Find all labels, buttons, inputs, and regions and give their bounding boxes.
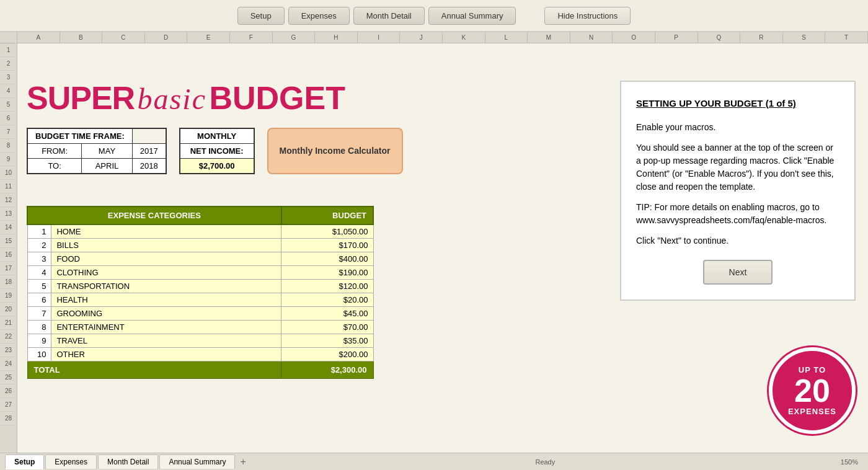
row-27: 27 <box>0 398 17 412</box>
expenses-badge: UP TO 20 EXPENSES <box>769 347 856 434</box>
expense-row: 9 TRAVEL $35.00 <box>27 334 373 348</box>
expense-name-cell[interactable]: GROOMING <box>51 307 281 321</box>
row-12: 12 <box>0 193 17 207</box>
col-p: P <box>655 32 698 43</box>
expense-budget-cell[interactable]: $35.00 <box>281 334 373 348</box>
total-row: TOTAL $2,300.00 <box>27 361 373 379</box>
row-num-cell: 5 <box>27 280 51 293</box>
expense-cat-header: EXPENSE CATEGORIES <box>27 206 281 224</box>
income-calculator-button[interactable]: Monthly Income Calculator <box>267 128 403 174</box>
net-income-value[interactable]: $2,700.00 <box>180 159 254 174</box>
expense-row: 6 HEALTH $20.00 <box>27 293 373 307</box>
col-i: I <box>358 32 401 43</box>
expense-budget-cell[interactable]: $70.00 <box>281 321 373 334</box>
row-8: 8 <box>0 139 17 153</box>
badge-number: 20 <box>794 375 830 407</box>
expense-name-cell[interactable]: OTHER <box>51 348 281 361</box>
expense-budget-cell[interactable]: $200.00 <box>281 348 373 361</box>
expense-budget-cell[interactable]: $190.00 <box>281 266 373 280</box>
row-6: 6 <box>0 112 17 125</box>
tab-expenses[interactable]: Expenses <box>45 454 97 469</box>
title-budget-text: BUDGET <box>209 80 345 116</box>
add-sheet-button[interactable]: + <box>236 456 249 468</box>
tab-annual-summary[interactable]: Annual Summary <box>159 454 235 469</box>
row-26: 26 <box>0 384 17 398</box>
expense-row: 3 FOOD $400.00 <box>27 252 373 266</box>
expense-budget-cell[interactable]: $20.00 <box>281 293 373 307</box>
expense-name-cell[interactable]: TRAVEL <box>51 334 281 348</box>
next-button[interactable]: Next <box>703 260 773 285</box>
row-num-cell: 8 <box>27 321 51 334</box>
month-detail-button[interactable]: Month Detail <box>353 7 425 25</box>
col-c: C <box>102 32 145 43</box>
row-10: 10 <box>0 166 17 180</box>
content-area: A B C D E F G H I J K L M N O P Q R S T … <box>0 32 868 453</box>
expense-row: 8 ENTERTAINMENT $70.00 <box>27 321 373 334</box>
sheet-tabs: Setup Expenses Month Detail Annual Summa… <box>0 453 868 470</box>
from-label: FROM: <box>27 144 82 159</box>
expense-row: 7 GROOMING $45.00 <box>27 307 373 321</box>
col-m: M <box>528 32 570 43</box>
expenses-button[interactable]: Expenses <box>288 7 350 25</box>
row-9: 9 <box>0 153 17 166</box>
status-ready: Ready <box>535 458 555 466</box>
expense-row: 4 CLOTHING $190.00 <box>27 266 373 280</box>
row-numbers: 1 2 3 4 5 6 7 8 9 10 11 12 13 14 15 16 1… <box>0 43 17 453</box>
annual-summary-button[interactable]: Annual Summary <box>428 7 516 25</box>
expense-budget-cell[interactable]: $1,050.00 <box>281 224 373 239</box>
monthly-label: MONTHLY <box>180 128 254 144</box>
badge-expenses: EXPENSES <box>788 407 836 416</box>
row-20: 20 <box>0 303 17 316</box>
col-l: L <box>485 32 528 43</box>
row-19: 19 <box>0 289 17 303</box>
from-year[interactable]: 2017 <box>132 144 166 159</box>
col-a: A <box>17 32 60 43</box>
tab-month-detail[interactable]: Month Detail <box>98 454 158 469</box>
row-num-cell: 10 <box>27 348 51 361</box>
col-n: N <box>570 32 613 43</box>
expense-name-cell[interactable]: FOOD <box>51 252 281 266</box>
col-f: F <box>230 32 273 43</box>
income-table: MONTHLY NET INCOME: $2,700.00 <box>179 128 255 174</box>
spreadsheet-content: 1 2 3 4 5 6 7 8 9 10 11 12 13 14 15 16 1… <box>0 43 868 453</box>
col-t: T <box>825 32 868 43</box>
total-value: $2,300.00 <box>281 361 373 379</box>
col-e: E <box>187 32 230 43</box>
budget-header: BUDGET <box>281 206 373 224</box>
expense-name-cell[interactable]: HOME <box>51 224 281 239</box>
timeframe-table: BUDGET TIME FRAME: FROM: MAY 2017 TO: AP… <box>27 128 167 174</box>
row-14: 14 <box>0 221 17 234</box>
ribbon-area: Setup Expenses Month Detail Annual Summa… <box>0 0 868 32</box>
expense-budget-cell[interactable]: $45.00 <box>281 307 373 321</box>
row-16: 16 <box>0 248 17 262</box>
expense-name-cell[interactable]: BILLS <box>51 239 281 252</box>
expense-name-cell[interactable]: TRANSPORTATION <box>51 280 281 293</box>
col-r: R <box>740 32 783 43</box>
expense-row: 5 TRANSPORTATION $120.00 <box>27 280 373 293</box>
zoom-level: 150% <box>841 458 858 466</box>
total-label: TOTAL <box>27 361 281 379</box>
col-o: O <box>613 32 655 43</box>
row-24: 24 <box>0 357 17 371</box>
expense-budget-cell[interactable]: $120.00 <box>281 280 373 293</box>
from-month[interactable]: MAY <box>82 144 132 159</box>
column-headers: A B C D E F G H I J K L M N O P Q R S T <box>0 32 868 43</box>
expense-name-cell[interactable]: HEALTH <box>51 293 281 307</box>
to-month[interactable]: APRIL <box>82 159 132 174</box>
row-23: 23 <box>0 344 17 357</box>
setup-button[interactable]: Setup <box>237 7 285 25</box>
hide-instructions-button[interactable]: Hide Instructions <box>544 7 631 25</box>
col-j: J <box>400 32 443 43</box>
row-13: 13 <box>0 207 17 221</box>
instructions-title: SETTING UP YOUR BUDGET (1 of 5) <box>636 97 839 111</box>
row-4: 4 <box>0 84 17 98</box>
expense-budget-cell[interactable]: $170.00 <box>281 239 373 252</box>
title-basic-text: basic <box>138 82 206 115</box>
corner-cell <box>0 32 17 43</box>
to-year[interactable]: 2018 <box>132 159 166 174</box>
expense-budget-cell[interactable]: $400.00 <box>281 252 373 266</box>
expense-name-cell[interactable]: ENTERTAINMENT <box>51 321 281 334</box>
tab-setup[interactable]: Setup <box>5 454 44 469</box>
row-15: 15 <box>0 234 17 248</box>
expense-name-cell[interactable]: CLOTHING <box>51 266 281 280</box>
